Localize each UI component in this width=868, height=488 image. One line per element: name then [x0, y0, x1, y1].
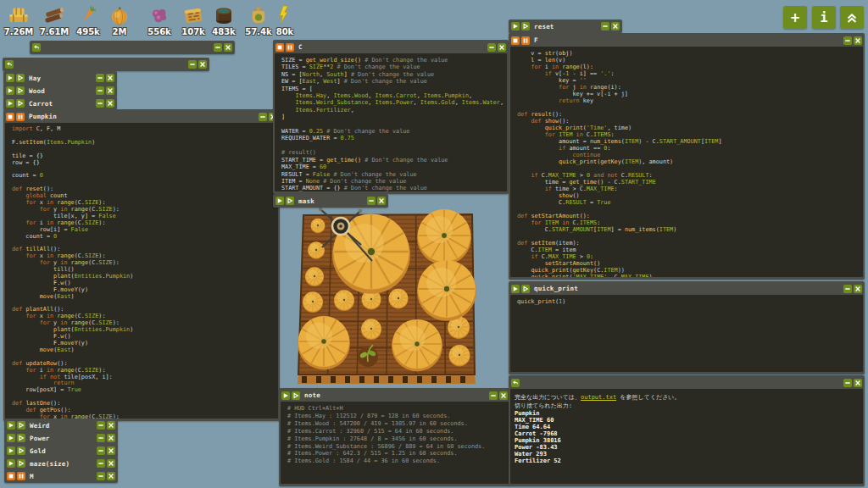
play-outline-button[interactable]: [286, 197, 294, 205]
close-button[interactable]: [107, 446, 115, 455]
play-outline-button[interactable]: [16, 74, 25, 82]
play-button[interactable]: [275, 197, 284, 205]
stop-button[interactable]: [6, 113, 14, 121]
minimize-button[interactable]: [259, 113, 267, 121]
titlebar[interactable]: Carrot: [5, 98, 115, 108]
minimize-button[interactable]: [843, 285, 852, 293]
minimize-button[interactable]: [97, 434, 105, 442]
minimize-button[interactable]: [97, 421, 105, 430]
undo-button[interactable]: [5, 60, 14, 69]
titlebar[interactable]: C: [275, 42, 507, 53]
pause-button[interactable]: [17, 472, 25, 480]
titlebar[interactable]: Pumpkin: [5, 111, 278, 122]
play-button[interactable]: [6, 99, 14, 108]
code-editor[interactable]: # HUD Ctrl+Alt+H# Items.Hay : 112512 / 8…: [281, 402, 509, 484]
titlebar[interactable]: Weird: [6, 420, 116, 430]
code-editor[interactable]: SIZE = get_world_size() # Don't change t…: [275, 53, 507, 191]
stop-button[interactable]: [275, 43, 284, 52]
minimize-button[interactable]: [843, 379, 852, 387]
minimize-button[interactable]: [96, 86, 104, 95]
collapse-all-button[interactable]: [840, 6, 864, 29]
play-outline-button[interactable]: [17, 446, 25, 455]
titlebar[interactable]: Hay: [5, 73, 115, 83]
play-button[interactable]: [511, 285, 520, 293]
play-outline-button[interactable]: [17, 459, 25, 468]
titlebar[interactable]: note: [281, 390, 509, 401]
close-button[interactable]: [106, 99, 114, 108]
play-outline-button[interactable]: [521, 285, 530, 293]
play-outline-button[interactable]: [16, 99, 25, 108]
window-reset: reset: [509, 19, 622, 33]
titlebar[interactable]: [31, 42, 233, 53]
close-button[interactable]: [107, 472, 115, 480]
play-button[interactable]: [511, 22, 520, 30]
minimize-button[interactable]: [97, 459, 105, 468]
close-button[interactable]: [107, 421, 115, 430]
play-button[interactable]: [7, 459, 15, 468]
minimize-button[interactable]: [96, 74, 104, 82]
code-editor[interactable]: import C, F, M F.setItem(Items.Pumpkin) …: [5, 123, 278, 419]
minimize-button[interactable]: [97, 472, 105, 480]
output-line: MAX_TIME 60: [515, 417, 863, 424]
info-button[interactable]: i: [812, 6, 836, 29]
play-button[interactable]: [7, 446, 15, 455]
farm-scene-viewport[interactable]: [280, 208, 509, 386]
undo-button[interactable]: [511, 379, 520, 387]
minimize-button[interactable]: [97, 446, 105, 455]
play-button[interactable]: [7, 421, 15, 430]
play-button[interactable]: [6, 74, 14, 82]
play-button[interactable]: [7, 434, 15, 442]
close-button[interactable]: [107, 459, 115, 468]
minimize-button[interactable]: [487, 43, 496, 52]
titlebar[interactable]: Gold: [6, 446, 116, 456]
stop-button[interactable]: [511, 36, 520, 45]
play-outline-button[interactable]: [521, 22, 530, 30]
close-button[interactable]: [107, 434, 115, 442]
output-text: 完全な出力については、output.txt を参照してください。切り捨てられた出…: [510, 389, 863, 464]
close-button[interactable]: [498, 43, 506, 52]
titlebar[interactable]: F: [510, 35, 863, 46]
pause-button[interactable]: [16, 113, 25, 121]
code-editor[interactable]: quick_print(1): [510, 295, 863, 372]
play-outline-button[interactable]: [17, 421, 25, 430]
close-button[interactable]: [854, 285, 862, 293]
titlebar[interactable]: Wood: [5, 86, 115, 96]
close-button[interactable]: [611, 22, 620, 30]
output-panel[interactable]: 完全な出力については、output.txt を参照してください。切り捨てられた出…: [510, 389, 863, 484]
play-button[interactable]: [6, 86, 14, 95]
add-button[interactable]: +: [783, 6, 807, 29]
output-file-link[interactable]: output.txt: [581, 394, 616, 401]
undo-button[interactable]: [32, 43, 41, 52]
titlebar[interactable]: [4, 59, 208, 69]
minimize-button[interactable]: [843, 36, 852, 45]
close-button[interactable]: [198, 60, 207, 69]
close-button[interactable]: [854, 36, 862, 45]
minimize-button[interactable]: [601, 22, 609, 30]
minimize-button[interactable]: [188, 60, 197, 69]
titlebar[interactable]: [510, 377, 863, 388]
play-button[interactable]: [281, 391, 290, 400]
titlebar[interactable]: mask: [275, 196, 387, 206]
minimize-button[interactable]: [214, 43, 222, 52]
minimize-button[interactable]: [96, 99, 104, 108]
close-button[interactable]: [499, 391, 508, 400]
code-editor[interactable]: v = str(obj) l = len(v) for i in range(l…: [510, 47, 863, 277]
stop-button[interactable]: [7, 472, 15, 480]
close-button[interactable]: [106, 74, 114, 82]
titlebar[interactable]: quick_print: [510, 283, 863, 294]
close-button[interactable]: [377, 197, 386, 205]
close-button[interactable]: [854, 379, 862, 387]
minimize-button[interactable]: [489, 391, 498, 400]
play-outline-button[interactable]: [292, 391, 300, 400]
close-button[interactable]: [106, 86, 114, 95]
titlebar[interactable]: M: [6, 471, 116, 481]
pause-button[interactable]: [521, 36, 530, 45]
play-outline-button[interactable]: [16, 86, 25, 95]
titlebar[interactable]: Power: [6, 433, 116, 443]
pause-button[interactable]: [286, 43, 294, 52]
titlebar[interactable]: reset: [510, 21, 620, 31]
titlebar[interactable]: maze(size): [6, 458, 116, 469]
play-outline-button[interactable]: [17, 434, 25, 442]
minimize-button[interactable]: [367, 197, 376, 205]
close-button[interactable]: [224, 43, 232, 52]
